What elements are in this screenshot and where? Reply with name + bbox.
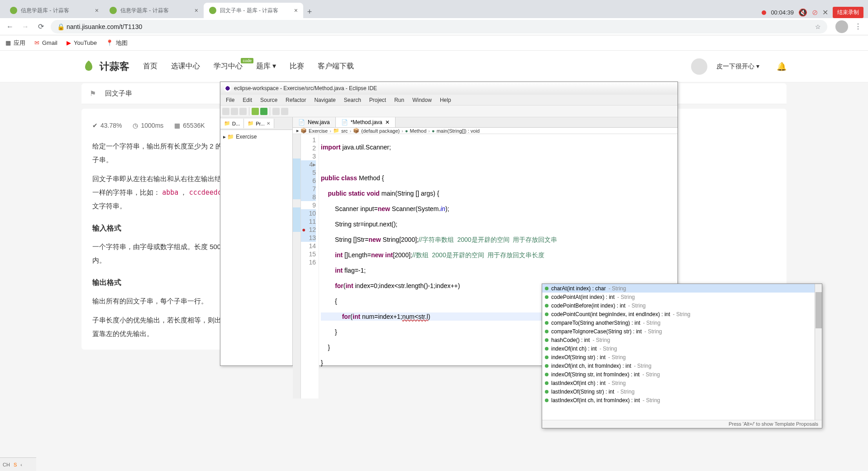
editor-tab-method[interactable]: 📄 *Method.java ✕: [336, 117, 396, 127]
site-favicon-icon: [209, 7, 216, 14]
pkg-tab-d[interactable]: 📁D...: [220, 119, 244, 128]
gmail-icon: ✉: [34, 39, 39, 46]
new-icon[interactable]: [222, 108, 229, 115]
nav-study[interactable]: 学习中心code: [214, 62, 243, 71]
browser-tab-1[interactable]: 信息学题库 - 计蒜客 ×: [5, 3, 104, 18]
menu-project[interactable]: Project: [366, 96, 390, 104]
url-text: nanti.jisuanke.com/t/T1130: [67, 23, 142, 30]
autocomplete-item[interactable]: codePointAt(int index) : int - String: [542, 293, 822, 301]
method-icon: [545, 287, 548, 290]
nav-home[interactable]: 首页: [143, 62, 157, 71]
autocomplete-item[interactable]: indexOf(int ch) : int - String: [542, 344, 822, 353]
eclipse-titlebar[interactable]: eclipse-workspace - Exercise/src/Method.…: [220, 82, 677, 95]
method-icon: [545, 312, 548, 316]
tray-chevron-icon[interactable]: ‹: [20, 462, 22, 467]
editor-breadcrumb[interactable]: ▸ 📦Exercise› 📁src› 📦(default package)› ●…: [293, 128, 677, 134]
autocomplete-item[interactable]: lastIndexOf(int ch, int fromIndex) : int…: [542, 396, 822, 404]
autocomplete-popup[interactable]: charAt(int index) : char - StringcodePoi…: [542, 284, 822, 428]
skip-icon[interactable]: [281, 108, 288, 115]
bookmarks-bar: ▦应用 ✉Gmail ▶YouTube 📍地图: [0, 35, 868, 51]
user-menu[interactable]: 皮一下很开心 ▾: [716, 62, 759, 71]
apps-icon: ▦: [5, 39, 11, 46]
method-icon: [545, 390, 548, 394]
nav-contest[interactable]: 比赛: [290, 62, 304, 71]
webcam-off-icon[interactable]: ⊘: [812, 8, 818, 17]
pkg-tab-pr[interactable]: 📁Pr...✕: [244, 119, 274, 128]
youtube-bookmark[interactable]: ▶YouTube: [67, 39, 97, 46]
autocomplete-item[interactable]: indexOf(String str, int fromIndex) : int…: [542, 370, 822, 379]
menu-file[interactable]: File: [222, 96, 238, 104]
method-icon: [545, 373, 548, 376]
apps-bookmark[interactable]: ▦应用: [5, 39, 25, 47]
bookmark-star-icon[interactable]: ☆: [815, 23, 821, 30]
run-icon[interactable]: [260, 108, 267, 115]
ime-indicator[interactable]: CH: [3, 462, 10, 467]
forward-button[interactable]: →: [20, 21, 31, 32]
autocomplete-item[interactable]: indexOf(int ch, int fromIndex) : int - S…: [542, 361, 822, 370]
maps-bookmark[interactable]: 📍地图: [106, 39, 128, 47]
eclipse-icon: [224, 85, 231, 92]
nav-courses[interactable]: 选课中心: [171, 62, 200, 71]
mem-limit: ▦ 65536K: [174, 119, 205, 132]
menu-search[interactable]: Search: [340, 96, 365, 104]
nav-problems[interactable]: 题库 ▾: [256, 62, 276, 71]
window-close-icon[interactable]: ✕: [822, 8, 828, 17]
stop-recording-button[interactable]: 结束录制: [833, 7, 863, 18]
save-icon[interactable]: [231, 108, 238, 115]
nav-download[interactable]: 客户端下载: [318, 62, 354, 71]
ime-tray[interactable]: CH S ‹: [0, 457, 36, 471]
close-icon[interactable]: ×: [95, 7, 99, 14]
menu-icon[interactable]: ⋮: [853, 21, 863, 32]
autocomplete-item[interactable]: codePointCount(int beginIndex, int endIn…: [542, 310, 822, 318]
gmail-bookmark[interactable]: ✉Gmail: [34, 39, 57, 46]
reload-button[interactable]: ⟳: [35, 21, 46, 32]
menu-refactor[interactable]: Refactor: [282, 96, 310, 104]
editor-tab-new[interactable]: 📄 New.java: [293, 117, 336, 127]
recording-indicator-icon: [762, 10, 766, 15]
menu-source[interactable]: Source: [257, 96, 281, 104]
mic-mute-icon[interactable]: 🔇: [798, 8, 807, 17]
notifications-icon[interactable]: 🔔: [777, 62, 787, 72]
browser-tab-2[interactable]: 信息学题库 - 计蒜客 ×: [104, 3, 204, 18]
autocomplete-item[interactable]: charAt(int index) : char - String: [542, 284, 822, 293]
tree-project[interactable]: ▸ 📁 Exercise: [223, 133, 290, 141]
debug-icon[interactable]: [252, 108, 259, 115]
method-icon: [545, 364, 548, 368]
address-bar: ← → ⟳ 🔒 nanti.jisuanke.com/t/T1130 ☆ ⋮: [0, 18, 868, 35]
package-explorer: 📁D... 📁Pr...✕ ▸ 📁 Exercise: [220, 117, 293, 365]
back-button[interactable]: ←: [5, 21, 15, 32]
close-icon[interactable]: ×: [195, 7, 198, 14]
tab-title: 回文子串 - 题库 - 计蒜客: [220, 7, 278, 14]
browser-tab-strip: 信息学题库 - 计蒜客 × 信息学题库 - 计蒜客 × 回文子串 - 题库 - …: [0, 0, 868, 18]
menu-run[interactable]: Run: [391, 96, 408, 104]
menu-help[interactable]: Help: [436, 96, 455, 104]
menu-window[interactable]: Window: [409, 96, 435, 104]
menu-edit[interactable]: Edit: [239, 96, 256, 104]
autocomplete-item[interactable]: codePointBefore(int index) : int - Strin…: [542, 301, 822, 310]
step-icon[interactable]: [272, 108, 280, 115]
save-all-icon[interactable]: [239, 108, 247, 115]
close-icon[interactable]: ✕: [385, 119, 390, 125]
browser-tab-3[interactable]: 回文子串 - 题库 - 计蒜客 ×: [204, 3, 303, 18]
autocomplete-item[interactable]: lastIndexOf(int ch) : int - String: [542, 379, 822, 387]
method-icon: [545, 330, 548, 333]
line-numbers: 123 4▸56 789 101112 13141516: [301, 134, 319, 399]
sogou-icon[interactable]: S: [14, 462, 17, 467]
method-icon: [545, 381, 548, 385]
autocomplete-item[interactable]: indexOf(String str) : int - String: [542, 353, 822, 361]
autocomplete-item[interactable]: compareToIgnoreCase(String str) : int - …: [542, 327, 822, 336]
maps-icon: 📍: [106, 39, 113, 46]
user-avatar-icon[interactable]: [691, 58, 707, 75]
autocomplete-item[interactable]: lastIndexOf(String str) : int - String: [542, 387, 822, 396]
close-icon[interactable]: ×: [294, 7, 298, 14]
profile-avatar-icon[interactable]: [835, 20, 848, 33]
eclipse-window[interactable]: eclipse-workspace - Exercise/src/Method.…: [220, 82, 678, 366]
code-editor[interactable]: 123 4▸56 789 101112 13141516 import java…: [293, 134, 677, 399]
autocomplete-item[interactable]: hashCode() : int - String: [542, 336, 822, 344]
site-logo[interactable]: 计蒜客: [81, 59, 129, 74]
url-input[interactable]: 🔒 nanti.jisuanke.com/t/T1130 ☆: [51, 20, 827, 34]
menu-navigate[interactable]: Navigate: [310, 96, 339, 104]
autocomplete-item[interactable]: compareTo(String anotherString) : int - …: [542, 318, 822, 327]
scrollbar[interactable]: [815, 284, 822, 420]
new-tab-button[interactable]: +: [303, 5, 316, 18]
